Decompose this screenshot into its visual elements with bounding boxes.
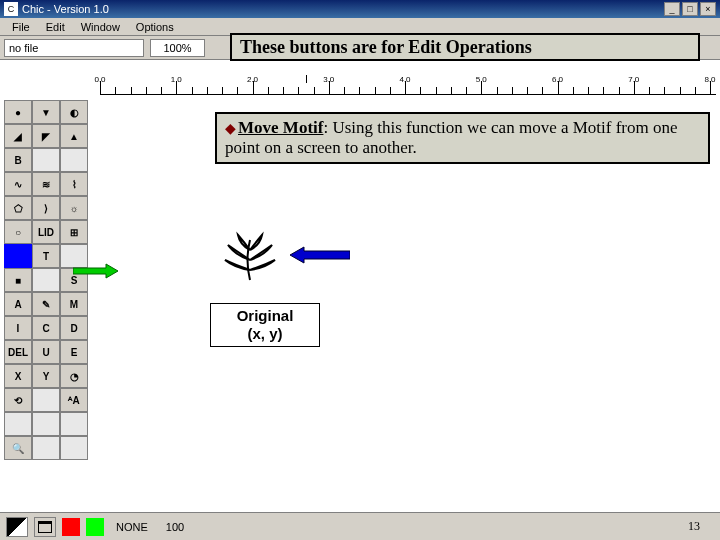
palette-tool-12-0[interactable]: ⟲ xyxy=(4,388,32,412)
svg-marker-0 xyxy=(290,247,350,263)
close-button[interactable]: × xyxy=(700,2,716,16)
color-swatch-red[interactable] xyxy=(62,518,80,536)
original-coords-label: Original (x, y) xyxy=(210,303,320,347)
menu-edit[interactable]: Edit xyxy=(38,21,73,33)
annotation-edit-operations-text: These buttons are for Edit Operations xyxy=(240,37,532,58)
palette-tool-8-0[interactable]: A xyxy=(4,292,32,316)
app-icon: C xyxy=(4,2,18,16)
palette-tool-1-2[interactable]: ▲ xyxy=(60,124,88,148)
palette-tool-0-0[interactable]: ● xyxy=(4,100,32,124)
status-button-2[interactable] xyxy=(34,517,56,537)
palette-tool-0-1[interactable]: ▼ xyxy=(32,100,60,124)
annotation-edit-operations: These buttons are for Edit Operations xyxy=(230,33,700,61)
palette-tool-10-0[interactable]: DEL xyxy=(4,340,32,364)
green-arrow-icon xyxy=(73,263,118,279)
palette-tool-2-0[interactable]: B xyxy=(4,148,32,172)
palette-tool-4-0[interactable]: ⬠ xyxy=(4,196,32,220)
svg-marker-1 xyxy=(73,264,118,278)
original-line2: (x, y) xyxy=(247,325,282,343)
original-line1: Original xyxy=(237,307,294,325)
palette-tool-11-1[interactable]: Y xyxy=(32,364,60,388)
palette-tool-4-2[interactable]: ☼ xyxy=(60,196,88,220)
titlebar: C Chic - Version 1.0 _ □ × xyxy=(0,0,720,18)
blue-arrow-icon xyxy=(290,245,350,265)
status-tool-value: 100 xyxy=(160,521,190,533)
annotation-move-motif-title: Move Motif xyxy=(238,118,323,137)
palette-tool-14-1[interactable] xyxy=(32,436,60,460)
statusbar: NONE 100 13 xyxy=(0,512,720,540)
palette-tool-11-0[interactable]: X xyxy=(4,364,32,388)
palette-tool-2-1[interactable] xyxy=(32,148,60,172)
palette-tool-0-2[interactable]: ◐ xyxy=(60,100,88,124)
leaf-motif-icon xyxy=(210,230,290,290)
palette-tool-10-1[interactable]: U xyxy=(32,340,60,364)
palette-tool-9-2[interactable]: D xyxy=(60,316,88,340)
status-button-1[interactable] xyxy=(6,517,28,537)
palette-tool-5-0[interactable]: ○ xyxy=(4,220,32,244)
palette-tool-2-2[interactable] xyxy=(60,148,88,172)
palette-tool-5-1[interactable]: LID xyxy=(32,220,60,244)
palette-tool-11-2[interactable]: ◔ xyxy=(60,364,88,388)
palette-tool-14-0[interactable]: 🔍 xyxy=(4,436,32,460)
palette-tool-8-1[interactable]: ✎ xyxy=(32,292,60,316)
palette-tool-14-2[interactable] xyxy=(60,436,88,460)
color-swatch-green[interactable] xyxy=(86,518,104,536)
menu-file[interactable]: File xyxy=(4,21,38,33)
file-input[interactable] xyxy=(4,39,144,57)
maximize-button[interactable]: □ xyxy=(682,2,698,16)
zoom-box[interactable]: 100% xyxy=(150,39,205,57)
palette-tool-6-0[interactable] xyxy=(4,244,32,268)
palette-tool-8-2[interactable]: M xyxy=(60,292,88,316)
palette-tool-4-1[interactable]: ⟩ xyxy=(32,196,60,220)
menu-options[interactable]: Options xyxy=(128,21,182,33)
minimize-button[interactable]: _ xyxy=(664,2,680,16)
palette-tool-13-0[interactable] xyxy=(4,412,32,436)
bullet-icon: ◆ xyxy=(225,121,236,136)
palette-tool-13-2[interactable] xyxy=(60,412,88,436)
palette-tool-9-1[interactable]: C xyxy=(32,316,60,340)
annotation-move-motif: ◆Move Motif: Using this function we can … xyxy=(215,112,710,164)
tool-palette: ●▼◐◢◤▲B∿≋⌇⬠⟩☼○LID⊞T■SA✎MICDDELUEXY◔⟲ᴬA🔍 xyxy=(4,100,94,460)
ruler: 0.01.02.03.04.05.06.07.08.0 xyxy=(100,75,716,95)
titlebar-text: Chic - Version 1.0 xyxy=(22,3,109,15)
palette-tool-1-0[interactable]: ◢ xyxy=(4,124,32,148)
palette-tool-3-1[interactable]: ≋ xyxy=(32,172,60,196)
palette-tool-1-1[interactable]: ◤ xyxy=(32,124,60,148)
palette-tool-7-0[interactable]: ■ xyxy=(4,268,32,292)
slide-number: 13 xyxy=(688,519,714,534)
palette-tool-12-1[interactable] xyxy=(32,388,60,412)
palette-tool-10-2[interactable]: E xyxy=(60,340,88,364)
palette-tool-3-0[interactable]: ∿ xyxy=(4,172,32,196)
status-none-label: NONE xyxy=(110,521,154,533)
palette-tool-9-0[interactable]: I xyxy=(4,316,32,340)
palette-tool-13-1[interactable] xyxy=(32,412,60,436)
palette-tool-3-2[interactable]: ⌇ xyxy=(60,172,88,196)
palette-tool-7-1[interactable] xyxy=(32,268,60,292)
palette-tool-12-2[interactable]: ᴬA xyxy=(60,388,88,412)
palette-tool-5-2[interactable]: ⊞ xyxy=(60,220,88,244)
palette-tool-6-1[interactable]: T xyxy=(32,244,60,268)
menu-window[interactable]: Window xyxy=(73,21,128,33)
